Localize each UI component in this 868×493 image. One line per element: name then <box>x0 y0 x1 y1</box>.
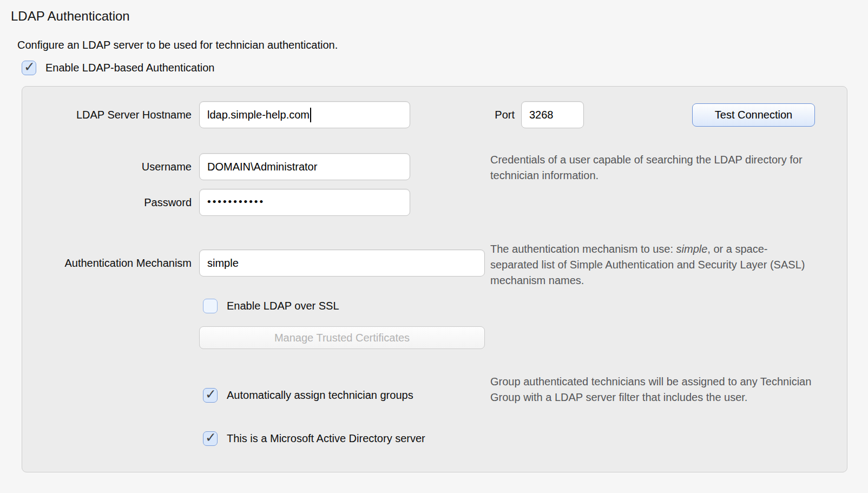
active-directory-checkbox-row: ✓ This is a Microsoft Active Directory s… <box>203 431 425 446</box>
text-caret <box>310 108 311 122</box>
username-label: Username <box>22 153 192 180</box>
enable-ldap-checkbox-row: ✓ Enable LDAP-based Authentication <box>22 61 214 75</box>
hostname-input[interactable]: ldap.simple-help.com <box>199 101 410 128</box>
auth-mechanism-input[interactable]: simple <box>199 249 485 277</box>
ldap-settings-page: LDAP Authentication Configure an LDAP se… <box>0 0 868 493</box>
hostname-value: ldap.simple-help.com <box>207 109 310 121</box>
enable-ldap-checkbox[interactable]: ✓ <box>22 61 36 75</box>
auto-assign-checkbox-row: ✓ Automatically assign technician groups <box>203 388 413 403</box>
password-input[interactable]: ••••••••••• <box>199 189 410 216</box>
active-directory-checkbox[interactable]: ✓ <box>203 431 218 446</box>
auth-mechanism-label: Authentication Mechanism <box>22 249 192 277</box>
enable-ldap-label: Enable LDAP-based Authentication <box>45 62 214 74</box>
ldap-settings-panel: LDAP Server Hostname ldap.simple-help.co… <box>22 86 847 472</box>
mechanism-help-italic: simple <box>676 243 708 255</box>
test-connection-button[interactable]: Test Connection <box>692 103 815 127</box>
active-directory-label: This is a Microsoft Active Directory ser… <box>227 432 425 445</box>
page-subtitle: Configure an LDAP server to be used for … <box>17 39 338 51</box>
password-label: Password <box>22 189 192 216</box>
checkmark-icon: ✓ <box>205 387 216 401</box>
credentials-help-text: Credentials of a user capable of searchi… <box>490 152 814 183</box>
checkmark-icon: ✓ <box>205 431 216 444</box>
ssl-checkbox-row: ✓ Enable LDAP over SSL <box>203 299 339 313</box>
username-input[interactable]: DOMAIN\Administrator <box>199 153 410 180</box>
port-label: Port <box>461 101 515 128</box>
auto-assign-checkbox[interactable]: ✓ <box>203 388 218 403</box>
manage-certificates-button[interactable]: Manage Trusted Certificates <box>199 326 485 349</box>
port-input[interactable]: 3268 <box>521 101 584 128</box>
ssl-checkbox[interactable]: ✓ <box>203 299 218 313</box>
groups-help-text: Group authenticated technicians will be … <box>490 374 814 405</box>
ssl-label: Enable LDAP over SSL <box>227 300 339 312</box>
mechanism-help-prefix: The authentication mechanism to use: <box>490 243 676 255</box>
mechanism-help-text: The authentication mechanism to use: sim… <box>490 241 814 288</box>
username-value: DOMAIN\Administrator <box>207 161 317 173</box>
hostname-label: LDAP Server Hostname <box>22 101 192 128</box>
port-value: 3268 <box>529 109 554 121</box>
auto-assign-label: Automatically assign technician groups <box>227 389 413 402</box>
password-value: ••••••••••• <box>207 196 265 208</box>
page-title: LDAP Authentication <box>11 9 130 24</box>
auth-mechanism-value: simple <box>207 257 239 269</box>
checkmark-icon: ✓ <box>24 60 35 74</box>
